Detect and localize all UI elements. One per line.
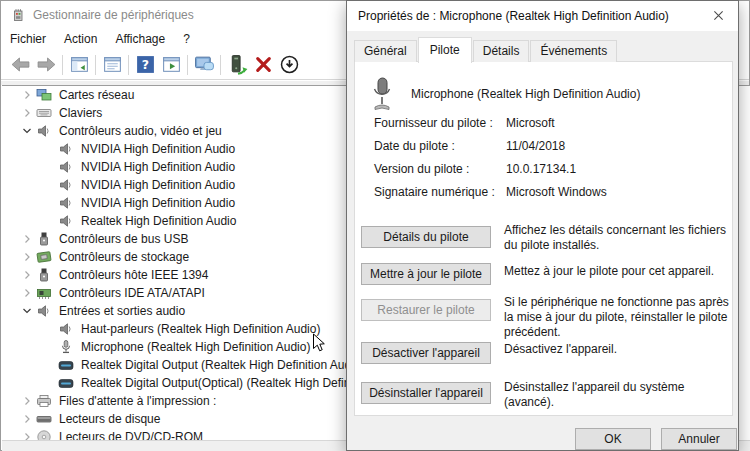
tree-item-label: NVIDIA High Definition Audio bbox=[80, 160, 235, 174]
tree-item-label: Contrôleurs IDE ATA/ATAPI bbox=[58, 286, 205, 300]
field-label-signataire: Signataire numérique : bbox=[374, 185, 495, 199]
forward-icon[interactable] bbox=[33, 53, 59, 77]
tree-item-label: Haut-parleurs (Realtek High Definition A… bbox=[80, 322, 320, 336]
storage-card-icon bbox=[36, 249, 52, 265]
tree-item-label: Contrôleurs hôte IEEE 1394 bbox=[58, 268, 208, 282]
speaker-icon bbox=[58, 195, 74, 211]
microphone-device-icon bbox=[367, 77, 397, 113]
field-label-date: Date du pilote : bbox=[374, 139, 455, 153]
mouse-cursor bbox=[312, 333, 326, 356]
chevron-right-icon[interactable] bbox=[22, 90, 36, 100]
uninstall-device-icon[interactable] bbox=[250, 53, 276, 77]
menu-fichier[interactable]: Fichier bbox=[1, 28, 55, 50]
field-value-fournisseur: Microsoft bbox=[506, 116, 555, 130]
tree-item-label: Entrées et sorties audio bbox=[58, 304, 185, 318]
field-value-signataire: Microsoft Windows bbox=[506, 185, 607, 199]
keyboard-icon bbox=[36, 105, 52, 121]
toolbar-separator bbox=[220, 55, 221, 75]
tree-item-label: Cartes réseau bbox=[58, 88, 134, 102]
disk-drive-icon bbox=[36, 411, 52, 427]
dialog-titlebar: Propriétés de : Microphone (Realtek High… bbox=[347, 1, 738, 31]
tree-item-label: Contrôleurs audio, vidéo et jeu bbox=[58, 124, 222, 138]
tab-pilote[interactable]: Pilote bbox=[418, 37, 472, 63]
chevron-right-icon[interactable] bbox=[22, 252, 36, 262]
rollback-driver-description: Si le périphérique ne fonctionne pas apr… bbox=[504, 295, 734, 340]
toolbar-separator bbox=[95, 55, 96, 75]
update-driver-button[interactable]: Mettre à jour le pilote bbox=[361, 263, 491, 285]
driver-details-button[interactable]: Détails du pilote bbox=[361, 226, 491, 248]
uninstall-device-button[interactable]: Désinstaller l'appareil bbox=[361, 382, 491, 404]
usb-icon bbox=[36, 231, 52, 247]
chevron-right-icon[interactable] bbox=[22, 432, 36, 440]
action-menu-icon[interactable] bbox=[158, 53, 184, 77]
menu-affichage[interactable]: Affichage bbox=[106, 28, 174, 50]
tree-item-label: Microphone (Realtek High Definition Audi… bbox=[80, 340, 310, 354]
toolbar-separator bbox=[62, 55, 63, 75]
properties-icon[interactable] bbox=[99, 53, 125, 77]
chevron-down-icon[interactable] bbox=[22, 126, 36, 136]
tree-item-label: Files d'attente à l'impression : bbox=[58, 394, 216, 408]
usb-icon bbox=[36, 267, 52, 283]
chevron-right-icon[interactable] bbox=[22, 396, 36, 406]
uninstall-device-description: Désinstallez l'appareil du système (avan… bbox=[504, 380, 734, 410]
speaker-icon bbox=[36, 123, 52, 139]
rollback-driver-button: Restaurer le pilote bbox=[361, 299, 491, 321]
dialog-title: Propriétés de : Microphone (Realtek High… bbox=[347, 9, 669, 23]
update-driver-icon[interactable] bbox=[224, 53, 250, 77]
tab-details[interactable]: Détails bbox=[473, 40, 530, 62]
tree-item-label: Lecteurs de disque bbox=[58, 412, 160, 426]
speaker-icon bbox=[58, 141, 74, 157]
chevron-right-icon[interactable] bbox=[22, 234, 36, 244]
chevron-right-icon[interactable] bbox=[22, 288, 36, 298]
device-name: Microphone (Realtek High Definition Audi… bbox=[411, 87, 640, 101]
tree-item-label: Lecteurs de DVD/CD-ROM bbox=[58, 430, 203, 440]
digital-output-icon bbox=[58, 357, 74, 373]
toolbar-separator bbox=[187, 55, 188, 75]
disable-device-button[interactable]: Désactiver l'appareil bbox=[361, 342, 491, 364]
ok-button[interactable]: OK bbox=[575, 428, 651, 450]
speaker-icon bbox=[36, 303, 52, 319]
field-label-fournisseur: Fournisseur du pilote : bbox=[374, 116, 493, 130]
cd-rom-icon bbox=[36, 429, 52, 440]
speaker-icon bbox=[58, 213, 74, 229]
chevron-right-icon[interactable] bbox=[22, 108, 36, 118]
disable-device-icon[interactable] bbox=[276, 53, 302, 77]
update-driver-description: Mettez à jour le pilote pour cet apparei… bbox=[504, 264, 734, 279]
speaker-icon bbox=[58, 159, 74, 175]
menu-action[interactable]: Action bbox=[55, 28, 106, 50]
speaker-icon bbox=[58, 177, 74, 193]
properties-dialog: Propriétés de : Microphone (Realtek High… bbox=[346, 0, 739, 451]
network-adapter-icon bbox=[36, 87, 52, 103]
tab-general[interactable]: Général bbox=[354, 40, 417, 62]
svg-text:?: ? bbox=[141, 57, 148, 72]
device-manager-icon bbox=[10, 7, 26, 23]
tree-item-label: NVIDIA High Definition Audio bbox=[80, 196, 235, 210]
back-icon[interactable] bbox=[7, 53, 33, 77]
tab-evenements[interactable]: Événements bbox=[530, 40, 617, 62]
cancel-button[interactable]: Annuler bbox=[661, 428, 737, 450]
speaker-icon bbox=[58, 321, 74, 337]
tab-strip: Général Pilote Détails Événements bbox=[354, 37, 618, 62]
console-tree-icon[interactable] bbox=[66, 53, 92, 77]
tree-item-label: Contrôleurs de stockage bbox=[58, 250, 189, 264]
field-value-date: 11/04/2018 bbox=[506, 139, 565, 153]
scan-hardware-changes-icon[interactable] bbox=[191, 53, 217, 77]
chevron-right-icon[interactable] bbox=[22, 270, 36, 280]
help-icon[interactable]: ? bbox=[132, 53, 158, 77]
chevron-right-icon[interactable] bbox=[22, 414, 36, 424]
toolbar-separator bbox=[128, 55, 129, 75]
disable-device-description: Désactivez l'appareil. bbox=[504, 342, 734, 357]
tree-item-label: Contrôleurs de bus USB bbox=[58, 232, 188, 246]
tree-item-label: NVIDIA High Definition Audio bbox=[80, 178, 235, 192]
field-value-version: 10.0.17134.1 bbox=[506, 162, 576, 176]
tree-item-label: NVIDIA High Definition Audio bbox=[80, 142, 235, 156]
microphone-icon bbox=[58, 339, 74, 355]
menu-help[interactable]: ? bbox=[174, 28, 199, 50]
chip-icon bbox=[36, 285, 52, 301]
printer-icon bbox=[36, 393, 52, 409]
digital-output-icon bbox=[58, 375, 74, 391]
chevron-down-icon[interactable] bbox=[22, 306, 36, 316]
close-icon[interactable] bbox=[698, 1, 738, 30]
driver-details-description: Affichez les détails concernant les fich… bbox=[504, 223, 734, 253]
tree-item-label: Realtek Digital Output (Realtek High Def… bbox=[80, 358, 364, 372]
